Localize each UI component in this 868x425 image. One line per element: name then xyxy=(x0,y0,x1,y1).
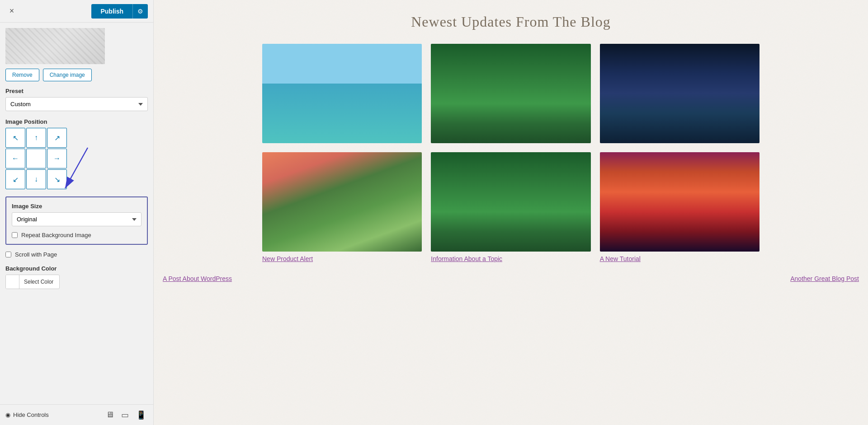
repeat-bg-row: Repeat Background Image xyxy=(12,232,142,238)
pos-middle-left[interactable]: ← xyxy=(5,149,25,168)
device-buttons: 🖥 ▭ 📱 xyxy=(104,408,148,422)
image-preview xyxy=(5,28,105,64)
pos-center[interactable]: ● xyxy=(26,149,46,168)
image-position-label: Image Position xyxy=(5,118,148,125)
color-swatch xyxy=(6,275,19,289)
blog-item-6: A New Tutorial xyxy=(600,152,760,262)
hide-controls-button[interactable]: ◉ Hide Controls xyxy=(5,411,49,418)
image-size-select[interactable]: Original Cover Contain Auto xyxy=(12,212,142,226)
blog-item-1 xyxy=(262,44,422,143)
preset-label: Preset xyxy=(5,88,148,94)
eye-icon: ◉ xyxy=(5,411,10,418)
blog-image-6 xyxy=(600,152,760,252)
blog-image-1 xyxy=(262,44,422,143)
position-grid: ↖ ↑ ↗ ← ● → ↙ ↓ ↘ xyxy=(5,128,148,189)
repeat-bg-checkbox[interactable] xyxy=(12,232,18,238)
pos-bottom-left[interactable]: ↙ xyxy=(5,169,25,189)
hide-controls-label: Hide Controls xyxy=(13,411,49,418)
preset-section: Preset Custom Default Fill Fit Repeat xyxy=(5,88,148,111)
image-size-section: Image Size Original Cover Contain Auto xyxy=(12,203,142,226)
desktop-button[interactable]: 🖥 xyxy=(104,408,116,422)
gear-icon: ⚙ xyxy=(137,8,143,15)
close-button[interactable]: × xyxy=(5,5,18,18)
left-panel: × Publish ⚙ Remove Change image Preset C… xyxy=(0,0,154,425)
blog-link-5[interactable]: Information About a Topic xyxy=(431,255,590,262)
image-thumbnail xyxy=(5,28,105,64)
scroll-row: Scroll with Page xyxy=(5,251,148,258)
select-color-button[interactable]: Select Color xyxy=(5,275,60,289)
bottom-bar: ◉ Hide Controls 🖥 ▭ 📱 xyxy=(0,404,153,425)
bottom-link-2[interactable]: Another Great Blog Post xyxy=(790,275,859,282)
bottom-links: A Post About WordPress Another Great Blo… xyxy=(163,271,859,287)
scroll-section: Scroll with Page xyxy=(5,251,148,258)
scroll-label: Scroll with Page xyxy=(15,251,57,258)
publish-button[interactable]: Publish xyxy=(91,4,132,19)
pos-top-left[interactable]: ↖ xyxy=(5,128,25,148)
image-position-section: Image Position ↖ ↑ ↗ ← ● → ↙ ↓ ↘ xyxy=(5,118,148,189)
preset-select[interactable]: Custom Default Fill Fit Repeat xyxy=(5,97,148,111)
blog-image-3 xyxy=(600,44,760,143)
image-action-buttons: Remove Change image xyxy=(5,69,148,81)
blog-link-6[interactable]: A New Tutorial xyxy=(600,255,760,262)
mobile-button[interactable]: 📱 xyxy=(134,408,148,422)
blog-section: Newest Updates From The Blog New Product… xyxy=(154,0,868,425)
blog-item-5: Information About a Topic xyxy=(431,152,590,262)
blog-item-3 xyxy=(600,44,760,143)
blog-item-2 xyxy=(431,44,590,143)
bottom-link-1[interactable]: A Post About WordPress xyxy=(163,275,232,282)
remove-button[interactable]: Remove xyxy=(5,69,39,81)
blog-link-4[interactable]: New Product Alert xyxy=(262,255,422,262)
image-size-label: Image Size xyxy=(12,203,142,210)
top-bar: × Publish ⚙ xyxy=(0,0,153,23)
blog-title: Newest Updates From The Blog xyxy=(163,14,859,30)
tablet-button[interactable]: ▭ xyxy=(119,408,131,422)
pos-bottom-center[interactable]: ↓ xyxy=(26,169,46,189)
blog-grid: New Product Alert Information About a To… xyxy=(262,44,760,262)
blog-item-4: New Product Alert xyxy=(262,152,422,262)
blog-image-4 xyxy=(262,152,422,252)
publish-group: Publish ⚙ xyxy=(91,4,148,19)
pos-middle-right[interactable]: → xyxy=(47,149,67,168)
settings-button[interactable]: ⚙ xyxy=(132,4,148,19)
blog-image-5 xyxy=(431,152,590,252)
main-content: Newest Updates From The Blog New Product… xyxy=(154,0,868,425)
panel-content: Remove Change image Preset Custom Defaul… xyxy=(0,23,153,404)
bg-color-label: Background Color xyxy=(5,265,148,272)
repeat-bg-label: Repeat Background Image xyxy=(21,232,91,238)
scroll-checkbox[interactable] xyxy=(5,252,11,257)
highlighted-section: Image Size Original Cover Contain Auto R… xyxy=(5,196,148,245)
pos-top-center[interactable]: ↑ xyxy=(26,128,46,148)
select-color-label: Select Color xyxy=(19,279,58,285)
change-image-button[interactable]: Change image xyxy=(43,69,92,81)
bg-color-section: Background Color Select Color xyxy=(5,265,148,289)
blog-image-2 xyxy=(431,44,590,143)
pos-bottom-right[interactable]: ↘ xyxy=(47,169,67,189)
pos-top-right[interactable]: ↗ xyxy=(47,128,67,148)
